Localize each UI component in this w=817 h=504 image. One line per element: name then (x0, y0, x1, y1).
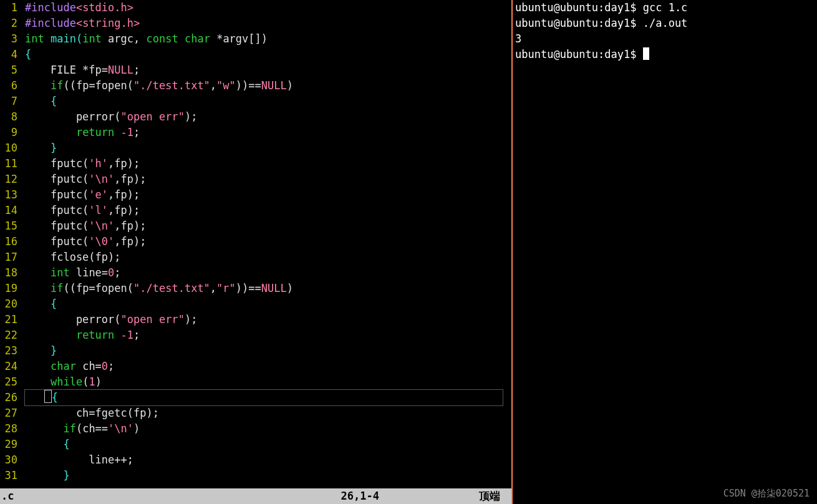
code-line[interactable]: return -1; (25, 125, 511, 140)
line-number: 30 (0, 452, 17, 468)
code-line[interactable]: } (25, 343, 511, 359)
line-number: 19 (0, 281, 17, 296)
line-number: 16 (0, 234, 17, 250)
terminal-output: 3 (515, 31, 815, 47)
code-line[interactable]: int line=0; (25, 265, 511, 281)
line-number: 28 (0, 421, 17, 437)
status-cursor-position: 26,1-4 (341, 488, 479, 504)
line-number: 25 (0, 374, 17, 390)
line-number: 24 (0, 359, 17, 374)
line-number: 31 (0, 468, 17, 483)
line-number: 22 (0, 327, 17, 343)
code-line[interactable]: { (25, 437, 511, 452)
code-area[interactable]: #include<stdio.h> #include<string.h> int… (25, 0, 511, 488)
line-number: 11 (0, 156, 17, 172)
code-line[interactable]: while(1) (25, 374, 511, 390)
code-line[interactable]: if((fp=fopen("./test.txt","w"))==NULL) (25, 78, 511, 94)
editor-pane[interactable]: 1 2 3 4 5 6 7 8 9 10 11 12 13 14 15 16 1… (0, 0, 513, 504)
terminal-line[interactable]: ubuntu@ubuntu:day1$ (515, 47, 815, 62)
code-line[interactable]: { (25, 296, 511, 312)
terminal-line[interactable]: ubuntu@ubuntu:day1$ ./a.out (515, 16, 815, 31)
line-number: 14 (0, 203, 17, 218)
line-number: 8 (0, 109, 17, 125)
line-number: 23 (0, 343, 17, 359)
line-number: 27 (0, 405, 17, 421)
code-line[interactable]: fputc('\0',fp); (25, 234, 511, 250)
code-line[interactable]: ch=fgetc(fp); (25, 405, 511, 421)
code-line[interactable]: FILE *fp=NULL; (25, 62, 511, 78)
line-number: 4 (0, 47, 17, 62)
cursor-icon (44, 390, 52, 403)
line-number: 6 (0, 78, 17, 94)
line-number: 13 (0, 187, 17, 203)
code-line[interactable]: perror("open err"); (25, 312, 511, 327)
line-number: 5 (0, 62, 17, 78)
terminal-line[interactable]: ubuntu@ubuntu:day1$ gcc 1.c (515, 0, 815, 16)
terminal-pane[interactable]: ubuntu@ubuntu:day1$ gcc 1.c ubuntu@ubunt… (513, 0, 817, 504)
code-line[interactable]: if((fp=fopen("./test.txt","r"))==NULL) (25, 281, 511, 296)
line-number-gutter: 1 2 3 4 5 6 7 8 9 10 11 12 13 14 15 16 1… (0, 0, 21, 488)
line-number: 9 (0, 125, 17, 140)
app-root: 1 2 3 4 5 6 7 8 9 10 11 12 13 14 15 16 1… (0, 0, 817, 504)
code-line[interactable]: if(ch=='\n') (25, 421, 511, 437)
line-number: 15 (0, 218, 17, 234)
code-line[interactable]: fputc('\n',fp); (25, 218, 511, 234)
line-number: 29 (0, 437, 17, 452)
code-line[interactable]: { (25, 390, 511, 405)
code-line[interactable]: #include<stdio.h> (25, 0, 511, 16)
code-line[interactable]: #include<string.h> (25, 16, 511, 31)
code-line[interactable]: fputc('h',fp); (25, 156, 511, 172)
code-line[interactable]: char ch=0; (25, 359, 511, 374)
code-line[interactable]: fclose(fp); (25, 250, 511, 265)
code-line[interactable]: fputc('\n',fp); (25, 172, 511, 187)
code-line[interactable]: return -1; (25, 327, 511, 343)
line-number: 2 (0, 16, 17, 31)
terminal-cursor-icon (643, 47, 649, 60)
line-number: 7 (0, 94, 17, 109)
code-line[interactable]: perror("open err"); (25, 109, 511, 125)
code-line[interactable]: } (25, 468, 511, 483)
code-line[interactable]: fputc('l',fp); (25, 203, 511, 218)
code-line[interactable]: fputc('e',fp); (25, 187, 511, 203)
status-bar: .c 26,1-4 顶端 (0, 488, 511, 504)
line-number: 1 (0, 0, 17, 16)
line-number: 20 (0, 296, 17, 312)
code-line[interactable]: { (25, 47, 511, 62)
line-number: 21 (0, 312, 17, 327)
code-line[interactable]: line++; (25, 452, 511, 468)
line-number: 10 (0, 140, 17, 156)
watermark: CSDN @拾柒020521 (723, 486, 810, 502)
code-line[interactable]: { (25, 94, 511, 109)
line-number: 3 (0, 31, 17, 47)
status-filename: .c (0, 488, 14, 504)
code-line[interactable]: int main(int argc, const char *argv[]) (25, 31, 511, 47)
line-number: 12 (0, 172, 17, 187)
line-number: 26 (0, 390, 17, 405)
code-line[interactable]: } (25, 140, 511, 156)
line-number: 18 (0, 265, 17, 281)
status-position-indicator: 顶端 (479, 488, 511, 504)
line-number: 17 (0, 250, 17, 265)
